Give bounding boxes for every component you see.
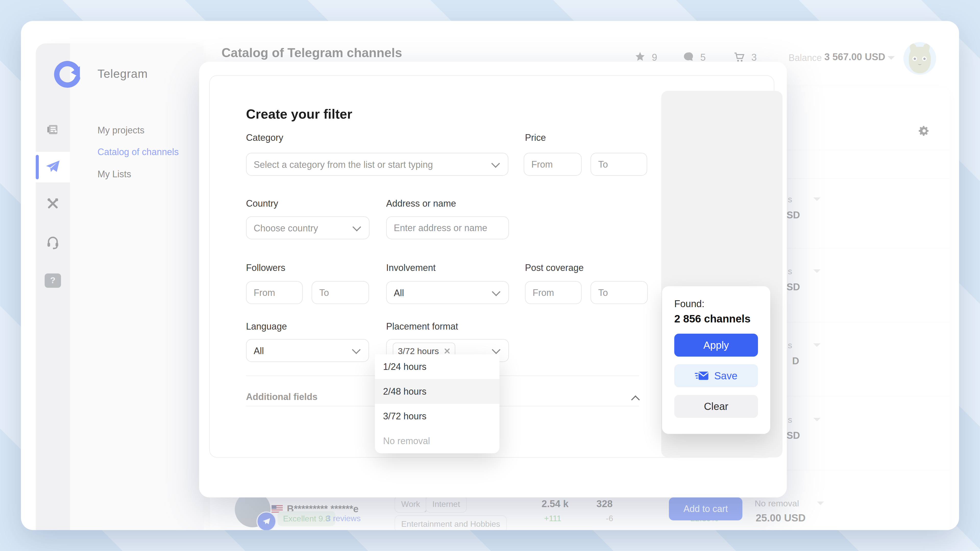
price-to-input[interactable]: [590, 153, 647, 176]
placement-format-label: Placement format: [386, 321, 458, 332]
help-icon: [45, 273, 61, 288]
headset-icon: [46, 235, 60, 250]
chevron-down-icon: [352, 223, 361, 231]
sidebar: Telegram My projects Catalog of channels…: [36, 43, 204, 530]
chevron-down-icon: [352, 345, 361, 354]
clear-button[interactable]: Clear: [674, 395, 758, 418]
page-background: Telegram My projects Catalog of channels…: [0, 0, 980, 551]
category-label: Category: [246, 132, 283, 143]
modal-title: Create your filter: [246, 106, 352, 122]
dropdown-option-3-72-hours[interactable]: 3/72 hours: [375, 404, 500, 429]
chevron-down-icon: [492, 345, 501, 354]
address-input[interactable]: [386, 216, 509, 239]
chevron-up-icon[interactable]: [631, 395, 640, 404]
country-label: Country: [246, 198, 278, 209]
apply-button[interactable]: Apply: [674, 333, 758, 357]
language-select[interactable]: All: [246, 339, 369, 362]
dropdown-option-2-48-hours[interactable]: 2/48 hours: [375, 379, 500, 404]
country-select[interactable]: Choose country: [246, 216, 369, 239]
sidebar-icon-rail: [36, 43, 70, 530]
dropdown-option-no-removal[interactable]: No removal: [375, 429, 500, 453]
app-window: Telegram My projects Catalog of channels…: [21, 21, 959, 530]
category-select[interactable]: Select a category from the list or start…: [246, 153, 508, 176]
involvement-select[interactable]: All: [386, 281, 509, 304]
chevron-down-icon: [492, 287, 501, 296]
followers-to-input[interactable]: [312, 281, 369, 304]
price-from-input[interactable]: [524, 153, 582, 176]
address-label: Address or name: [386, 198, 456, 209]
post-coverage-to-input[interactable]: [590, 281, 648, 304]
placement-format-dropdown: 1/24 hours 2/48 hours 3/72 hours No remo…: [375, 354, 500, 453]
save-button-label: Save: [714, 370, 737, 382]
sidebar-item-help-icon-tile[interactable]: [36, 265, 70, 296]
chevron-down-icon: [491, 159, 500, 168]
sidebar-item-catalog-of-channels[interactable]: Catalog of channels: [97, 147, 179, 157]
post-coverage-from-input[interactable]: [525, 281, 582, 304]
sidebar-item-tools-icon-tile[interactable]: [36, 189, 70, 219]
sidebar-item-catalog-icon-tile[interactable]: [36, 152, 70, 183]
sidebar-item-my-projects[interactable]: My projects: [97, 125, 145, 136]
language-label: Language: [246, 321, 287, 332]
found-label: Found:: [674, 299, 704, 310]
involvement-label: Involvement: [386, 262, 436, 273]
sidebar-item-my-lists[interactable]: My Lists: [97, 169, 131, 179]
category-placeholder: Select a category from the list or start…: [254, 159, 433, 170]
save-button[interactable]: Save: [674, 364, 758, 387]
dropdown-option-1-24-hours[interactable]: 1/24 hours: [375, 354, 500, 379]
active-indicator: [36, 155, 39, 179]
language-value: All: [254, 346, 264, 356]
telegram-plane-icon: [45, 159, 60, 175]
price-label: Price: [525, 132, 546, 143]
followers-label: Followers: [246, 262, 285, 273]
chip-close-icon[interactable]: [444, 348, 450, 354]
brand-name: Telegram: [97, 67, 148, 81]
projects-icon: [46, 123, 60, 138]
sidebar-item-support-icon-tile[interactable]: [36, 227, 70, 258]
followers-from-input[interactable]: [246, 281, 303, 304]
sidebar-item-projects-icon-tile[interactable]: [36, 115, 70, 145]
post-coverage-label: Post coverage: [525, 262, 584, 273]
app-logo[interactable]: [53, 60, 82, 88]
involvement-value: All: [394, 288, 404, 299]
country-placeholder: Choose country: [254, 223, 318, 233]
results-card: Found: 2 856 channels Apply Save Clear: [662, 286, 770, 434]
save-envelope-icon: [695, 371, 709, 381]
tools-icon: [46, 197, 59, 211]
additional-fields-label[interactable]: Additional fields: [246, 392, 318, 402]
found-value: 2 856 channels: [674, 313, 751, 325]
